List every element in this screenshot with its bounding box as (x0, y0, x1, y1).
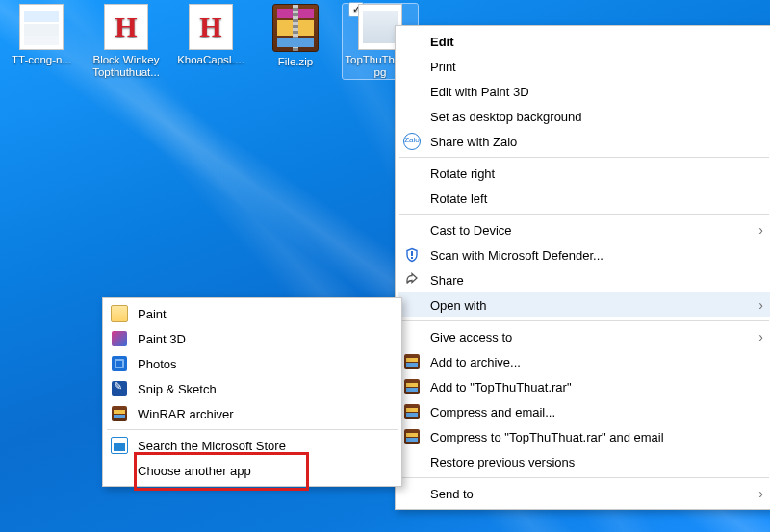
store-icon (111, 437, 128, 454)
desktop-icons: TT-cong-n...HBlock Winkey Topthuthuat...… (0, 2, 422, 81)
chevron-right-icon: › (758, 329, 763, 344)
open-with-item-search-the-microsoft-store[interactable]: Search the Microsoft Store (105, 433, 399, 458)
desktop-icon-2[interactable]: HKhoaCapsL... (173, 4, 248, 79)
context-menu-item-open-with[interactable]: Open with› (398, 292, 770, 317)
context-menu-item-label: Share (430, 273, 464, 288)
context-menu-item-label: Rotate left (430, 191, 487, 206)
open-with-item-choose-another-app[interactable]: Choose another app (105, 458, 399, 483)
context-menu-item-compress-and-email[interactable]: Compress and email... (398, 399, 770, 424)
context-menu-item-label: Scan with Microsoft Defender... (430, 248, 603, 263)
context-menu-separator (399, 157, 769, 158)
context-menu-item-add-to-topthuthuat-rar[interactable]: Add to "TopThuThuat.rar" (398, 374, 770, 399)
zalo-icon: Zalo (403, 133, 421, 150)
context-menu-item-label: Give access to (430, 330, 512, 344)
context-menu-item-label: Send to (430, 487, 474, 501)
shield-icon (403, 246, 421, 264)
chevron-right-icon: › (758, 486, 763, 501)
open-with-item-label: Choose another app (138, 464, 251, 478)
desktop-icon-label: File.zip (258, 56, 333, 68)
open-with-item-label: Paint 3D (138, 332, 186, 346)
context-menu-item-rotate-right[interactable]: Rotate right (398, 161, 770, 186)
open-with-item-snip-sketch[interactable]: Snip & Sketch (105, 376, 399, 401)
desktop-icon-label: TT-cong-n... (4, 54, 79, 66)
context-menu-item-send-to[interactable]: Send to› (398, 481, 770, 506)
context-menu-item-label: Compress to "TopThuThuat.rar" and email (430, 430, 664, 444)
chevron-right-icon: › (758, 297, 763, 313)
context-menu-item-label: Add to "TopThuThuat.rar" (430, 380, 572, 394)
file-thumb-icon: H (104, 4, 148, 50)
paint-icon (111, 305, 128, 322)
context-menu-separator (399, 320, 769, 321)
context-menu-item-set-as-desktop-background[interactable]: Set as desktop background (398, 104, 770, 129)
snip-icon (111, 380, 128, 397)
rar-icon (403, 378, 421, 395)
desktop-icon-label: Block Winkey Topthuthuat... (89, 54, 164, 79)
file-thumb-icon (19, 4, 64, 50)
open-with-item-winrar-archiver[interactable]: WinRAR archiver (105, 401, 399, 426)
rar-icon (403, 353, 421, 370)
photos-icon (111, 355, 128, 372)
open-with-item-paint[interactable]: Paint (105, 301, 399, 326)
context-menu-item-label: Edit (430, 35, 454, 49)
context-menu-item-label: Compress and email... (430, 405, 555, 419)
file-thumb-icon: H (189, 4, 233, 50)
paint3d-icon (111, 330, 128, 347)
context-menu-item-rotate-left[interactable]: Rotate left (398, 186, 770, 211)
context-menu-item-share-with-zalo[interactable]: ZaloShare with Zalo (398, 129, 770, 154)
context-menu-item-label: Add to archive... (430, 355, 521, 369)
context-menu-item-label: Share with Zalo (430, 135, 517, 149)
open-with-item-label: WinRAR archiver (138, 407, 234, 421)
context-menu-separator (399, 477, 769, 478)
desktop-icon-1[interactable]: HBlock Winkey Topthuthuat... (89, 4, 164, 79)
context-menu-item-label: Edit with Paint 3D (430, 85, 529, 99)
open-with-item-label: Snip & Sketch (138, 382, 217, 396)
rar-icon (111, 405, 128, 422)
context-menu-item-share[interactable]: Share (398, 267, 770, 292)
context-menu-item-restore-previous-versions[interactable]: Restore previous versions (398, 449, 770, 474)
context-menu-item-print[interactable]: Print (398, 54, 770, 79)
file-thumb-icon (272, 4, 319, 52)
context-menu-item-compress-to-topthuthuat-rar-and-email[interactable]: Compress to "TopThuThuat.rar" and email (398, 424, 770, 449)
context-menu-item-edit[interactable]: Edit (398, 29, 770, 54)
context-menu-item-label: Rotate right (430, 166, 495, 181)
desktop-icon-3[interactable]: File.zip (258, 4, 333, 79)
context-menu: EditPrintEdit with Paint 3DSet as deskto… (395, 25, 770, 510)
rar-icon (403, 428, 421, 445)
open-with-item-photos[interactable]: Photos (105, 351, 399, 376)
context-menu-item-label: Print (430, 60, 456, 74)
context-menu-item-label: Restore previous versions (430, 455, 575, 469)
context-menu-item-edit-with-paint-3d[interactable]: Edit with Paint 3D (398, 79, 770, 104)
context-menu-item-label: Cast to Device (430, 223, 512, 238)
open-with-separator (107, 429, 398, 430)
open-with-item-label: Paint (138, 307, 167, 321)
context-menu-item-add-to-archive[interactable]: Add to archive... (398, 349, 770, 374)
context-menu-item-give-access-to[interactable]: Give access to› (398, 324, 770, 349)
context-menu-item-cast-to-device[interactable]: Cast to Device› (398, 217, 770, 242)
open-with-submenu: PaintPaint 3DPhotosSnip & SketchWinRAR a… (102, 297, 402, 487)
desktop-icon-label: KhoaCapsL... (173, 54, 248, 66)
chevron-right-icon: › (758, 222, 763, 238)
open-with-item-paint-3d[interactable]: Paint 3D (105, 326, 399, 351)
context-menu-item-scan-with-microsoft-defender[interactable]: Scan with Microsoft Defender... (398, 242, 770, 267)
rar-icon (403, 403, 421, 420)
shareA-icon (403, 271, 421, 289)
open-with-item-label: Photos (138, 357, 176, 371)
desktop-icon-0[interactable]: TT-cong-n... (4, 4, 79, 79)
context-menu-item-label: Set as desktop background (430, 110, 582, 124)
context-menu-item-label: Open with (430, 298, 487, 313)
context-menu-separator (399, 214, 769, 215)
open-with-item-label: Search the Microsoft Store (138, 439, 286, 453)
